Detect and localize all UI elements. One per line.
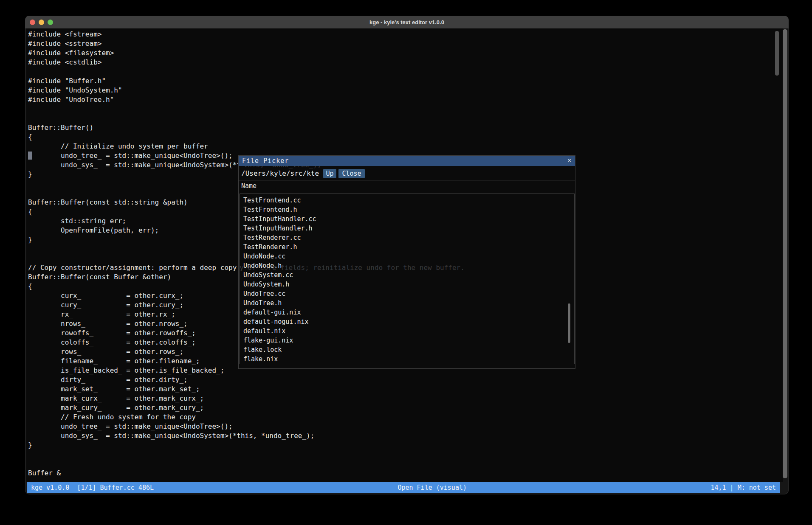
status-bar: kge v1.0.0 [1/1] Buffer.cc 486L Open Fil…: [27, 482, 780, 493]
dialog-title: File Picker: [239, 157, 289, 165]
code-line: #include "UndoTree.h": [28, 95, 457, 104]
editor-scrollbar-track[interactable]: [783, 29, 787, 478]
code-line: [28, 67, 457, 76]
file-list-item[interactable]: flake.lock: [240, 345, 574, 354]
file-list[interactable]: TestFrontend.ccTestFrontend.hTestInputHa…: [240, 194, 575, 364]
code-line: mark_set_ = other.mark_set_;: [28, 385, 457, 394]
file-list-item[interactable]: TestRenderer.cc: [240, 233, 574, 242]
code-line: #include <cstdlib>: [28, 58, 457, 67]
code-line: [28, 114, 457, 123]
code-line: [28, 104, 457, 114]
file-list-item[interactable]: default-gui.nix: [240, 308, 574, 317]
file-list-item[interactable]: TestRenderer.h: [240, 242, 574, 252]
file-list-item[interactable]: UndoTree.cc: [240, 289, 574, 298]
close-window-icon[interactable]: [30, 20, 35, 25]
dialog-titlebar: File Picker ✕: [239, 156, 575, 166]
editor-scrollbar-thumb[interactable]: [775, 31, 779, 76]
status-cursor-position: 14,1 | M: not set: [710, 484, 776, 491]
name-column-header: Name: [241, 182, 257, 190]
close-button[interactable]: Close: [338, 169, 365, 178]
minimize-window-icon[interactable]: [39, 20, 44, 25]
code-line: {: [28, 132, 457, 142]
screen: kge - kyle's text editor v1.0.0 #include…: [0, 0, 812, 525]
text-cursor: [28, 152, 32, 160]
code-line: #include "UndoSystem.h": [28, 86, 457, 95]
file-items: TestFrontend.ccTestFrontend.hTestInputHa…: [240, 196, 574, 364]
dialog-separator: [239, 180, 575, 180]
code-line: #include <filesystem>: [28, 48, 457, 58]
status-mode: Open File (visual): [154, 484, 710, 491]
file-list-item[interactable]: UndoSystem.h: [240, 280, 574, 289]
code-line: #include <sstream>: [28, 39, 457, 48]
current-path: /Users/kyle/src/kte: [241, 168, 319, 179]
bleed-through-text: y of core fields; reinitialize undo for …: [240, 263, 465, 272]
file-list-item[interactable]: TestFrontend.cc: [240, 196, 574, 205]
code-line: }: [28, 441, 457, 450]
file-list-item[interactable]: TestFrontend.h: [240, 205, 574, 214]
code-line: #include "Buffer.h": [28, 76, 457, 86]
file-picker-dialog: *this, *undo_tree_); y of core fields; r…: [238, 155, 575, 369]
status-left: kge v1.0.0 [1/1] Buffer.cc 486L: [31, 484, 154, 491]
code-line: dirty_ = other.dirty_;: [28, 375, 457, 385]
up-button[interactable]: Up: [323, 169, 336, 178]
code-line: undo_sys_ = std::make_unique<UndoSystem>…: [28, 431, 457, 441]
app-window: kge - kyle's text editor v1.0.0 #include…: [25, 16, 789, 494]
window-titlebar: kge - kyle's text editor v1.0.0: [25, 16, 789, 28]
code-line: undo_tree_ = std::make_unique<UndoTree>(…: [28, 422, 457, 431]
code-line: // Fresh undo system for the copy: [28, 413, 457, 422]
file-list-item[interactable]: TestInputHandler.h: [240, 224, 574, 233]
code-line: Buffer::Buffer(): [28, 123, 457, 132]
window-title: kge - kyle's text editor v1.0.0: [25, 19, 789, 25]
code-line: [28, 450, 457, 459]
zoom-window-icon[interactable]: [48, 20, 53, 25]
file-list-item[interactable]: flake.nix: [240, 354, 574, 364]
file-list-scrollbar-thumb[interactable]: [568, 303, 570, 343]
code-line: mark_cury_ = other.mark_cury_;: [28, 403, 457, 413]
traffic-lights: [30, 16, 53, 28]
code-line: // Initialize undo system per buffer: [28, 142, 457, 151]
code-line: Buffer &: [28, 469, 457, 478]
code-line: [28, 459, 457, 469]
code-line: mark_curx_ = other.mark_curx_;: [28, 394, 457, 403]
file-list-item[interactable]: UndoNode.cc: [240, 252, 574, 261]
file-list-item[interactable]: flake-gui.nix: [240, 336, 574, 345]
dialog-close-icon[interactable]: ✕: [568, 157, 571, 163]
file-list-item[interactable]: default-nogui.nix: [240, 317, 574, 326]
code-line: #include <fstream>: [28, 30, 457, 39]
file-list-item[interactable]: default.nix: [240, 326, 574, 336]
file-list-item[interactable]: UndoTree.h: [240, 298, 574, 308]
file-list-item[interactable]: TestInputHandler.cc: [240, 214, 574, 224]
